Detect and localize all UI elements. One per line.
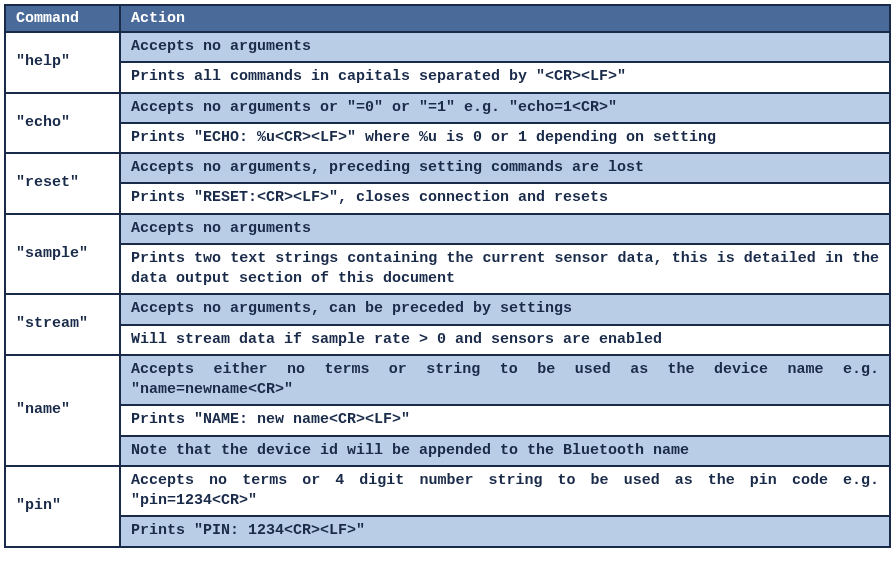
action-cell: Prints two text strings containing the c…: [120, 244, 890, 295]
action-cell: Accepts no arguments or "=0" or "=1" e.g…: [120, 93, 890, 123]
table-row: "help"Accepts no arguments: [5, 32, 890, 62]
table-row: "reset"Accepts no arguments, preceding s…: [5, 153, 890, 183]
table-row: Prints all commands in capitals separate…: [5, 62, 890, 92]
table-row: Prints two text strings containing the c…: [5, 244, 890, 295]
table-row: Prints "PIN: 1234<CR><LF>": [5, 516, 890, 546]
table-row: Will stream data if sample rate > 0 and …: [5, 325, 890, 355]
action-cell: Prints "ECHO: %u<CR><LF>" where %u is 0 …: [120, 123, 890, 153]
table-row: "name"Accepts either no terms or string …: [5, 355, 890, 406]
header-command: Command: [5, 5, 120, 32]
action-cell: Accepts either no terms or string to be …: [120, 355, 890, 406]
action-cell: Prints "NAME: new name<CR><LF>": [120, 405, 890, 435]
table-row: Prints "NAME: new name<CR><LF>": [5, 405, 890, 435]
header-action: Action: [120, 5, 890, 32]
command-cell: "stream": [5, 294, 120, 355]
table-row: Prints "RESET:<CR><LF>", closes connecti…: [5, 183, 890, 213]
command-table: Command Action "help"Accepts no argument…: [4, 4, 891, 548]
command-cell: "echo": [5, 93, 120, 154]
table-row: "echo"Accepts no arguments or "=0" or "=…: [5, 93, 890, 123]
table-header-row: Command Action: [5, 5, 890, 32]
command-cell: "help": [5, 32, 120, 93]
command-cell: "sample": [5, 214, 120, 295]
table-row: Prints "ECHO: %u<CR><LF>" where %u is 0 …: [5, 123, 890, 153]
action-cell: Accepts no arguments: [120, 32, 890, 62]
command-cell: "pin": [5, 466, 120, 547]
table-row: "pin"Accepts no terms or 4 digit number …: [5, 466, 890, 517]
action-cell: Accepts no arguments, preceding setting …: [120, 153, 890, 183]
table-row: Note that the device id will be appended…: [5, 436, 890, 466]
action-cell: Prints "PIN: 1234<CR><LF>": [120, 516, 890, 546]
table-row: "stream"Accepts no arguments, can be pre…: [5, 294, 890, 324]
action-cell: Will stream data if sample rate > 0 and …: [120, 325, 890, 355]
action-cell: Accepts no terms or 4 digit number strin…: [120, 466, 890, 517]
action-cell: Accepts no arguments, can be preceded by…: [120, 294, 890, 324]
command-cell: "name": [5, 355, 120, 466]
action-cell: Prints all commands in capitals separate…: [120, 62, 890, 92]
action-cell: Note that the device id will be appended…: [120, 436, 890, 466]
action-cell: Prints "RESET:<CR><LF>", closes connecti…: [120, 183, 890, 213]
table-row: "sample"Accepts no arguments: [5, 214, 890, 244]
action-cell: Accepts no arguments: [120, 214, 890, 244]
command-cell: "reset": [5, 153, 120, 214]
